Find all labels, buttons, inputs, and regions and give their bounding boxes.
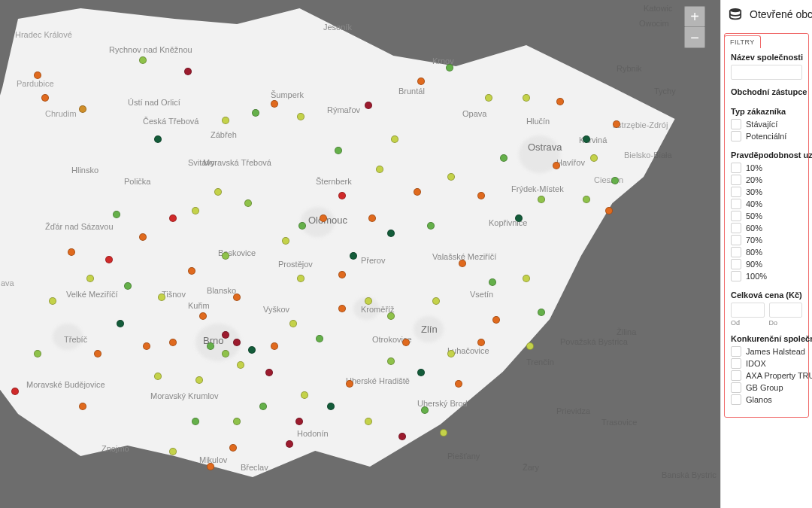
checkbox[interactable]: [731, 131, 741, 141]
map-canvas[interactable]: Hradec KrálovéPardubiceChrudimavaCieszyn…: [0, 0, 720, 508]
map-point[interactable]: [417, 78, 425, 85]
map-point[interactable]: [338, 192, 346, 199]
map-point[interactable]: [124, 282, 132, 290]
map-point[interactable]: [398, 433, 406, 440]
map-point[interactable]: [432, 297, 440, 305]
map-point[interactable]: [34, 71, 41, 79]
map-point[interactable]: [515, 214, 523, 222]
map-point[interactable]: [387, 312, 395, 320]
competitor-option-row[interactable]: James Halstead: [731, 346, 802, 357]
map-point[interactable]: [68, 248, 75, 256]
map-point[interactable]: [105, 256, 113, 263]
map-point[interactable]: [590, 154, 598, 162]
map-point[interactable]: [113, 211, 120, 218]
map-point[interactable]: [350, 252, 357, 260]
map-point[interactable]: [265, 369, 273, 376]
map-point[interactable]: [252, 109, 259, 117]
map-point[interactable]: [327, 403, 335, 410]
map-point[interactable]: [79, 105, 86, 113]
map-point[interactable]: [335, 147, 342, 154]
map-point[interactable]: [613, 120, 620, 128]
checkbox[interactable]: [731, 247, 741, 257]
map-point[interactable]: [169, 339, 177, 346]
company-input[interactable]: [731, 65, 802, 80]
checkbox[interactable]: [731, 235, 741, 245]
map-point[interactable]: [338, 271, 346, 278]
map-point[interactable]: [143, 342, 150, 350]
map-point[interactable]: [365, 418, 372, 425]
map-point[interactable]: [233, 418, 241, 425]
map-point[interactable]: [427, 222, 435, 230]
map-point[interactable]: [94, 350, 102, 357]
map-point[interactable]: [192, 418, 199, 425]
map-point[interactable]: [583, 135, 590, 143]
map-point[interactable]: [158, 294, 165, 301]
checkbox[interactable]: [731, 211, 741, 221]
map-point[interactable]: [295, 418, 303, 425]
map-point[interactable]: [222, 117, 229, 124]
customer-type-option-row[interactable]: Potenciální: [731, 131, 802, 141]
checkbox[interactable]: [731, 346, 741, 357]
competitor-option-row[interactable]: Glanos: [731, 394, 802, 405]
price-from-input[interactable]: [731, 303, 765, 318]
map-point[interactable]: [207, 342, 214, 350]
competitor-option-row[interactable]: AXA Property TRUST: [731, 370, 802, 381]
map-point[interactable]: [391, 135, 398, 143]
map-point[interactable]: [611, 177, 619, 184]
competitor-option-row[interactable]: GB Group: [731, 382, 802, 393]
map-point[interactable]: [556, 98, 564, 105]
map-point[interactable]: [320, 214, 327, 222]
map-point[interactable]: [34, 350, 41, 357]
map-point[interactable]: [338, 305, 346, 312]
map-point[interactable]: [298, 222, 306, 230]
map-point[interactable]: [233, 294, 241, 301]
checkbox[interactable]: [731, 163, 741, 173]
map-point[interactable]: [192, 207, 199, 214]
map-point[interactable]: [195, 376, 203, 384]
checkbox[interactable]: [731, 223, 741, 233]
map-point[interactable]: [417, 369, 425, 376]
map-point[interactable]: [41, 94, 49, 102]
map-point[interactable]: [368, 214, 376, 222]
map-point[interactable]: [500, 154, 508, 162]
probability-option-row[interactable]: 100%: [731, 271, 802, 281]
map-point[interactable]: [387, 230, 395, 237]
map-point[interactable]: [421, 406, 429, 414]
map-point[interactable]: [282, 237, 289, 245]
map-point[interactable]: [169, 214, 177, 222]
customer-type-option-row[interactable]: Stávající: [731, 119, 802, 129]
probability-option-row[interactable]: 50%: [731, 211, 802, 221]
map-point[interactable]: [485, 94, 492, 102]
map-point[interactable]: [229, 444, 237, 452]
map-point[interactable]: [489, 278, 496, 286]
map-point[interactable]: [492, 316, 500, 324]
map-point[interactable]: [271, 342, 278, 350]
map-point[interactable]: [207, 463, 214, 470]
map-point[interactable]: [214, 188, 222, 196]
map-point[interactable]: [117, 320, 124, 327]
competitor-option-row[interactable]: IDOX: [731, 358, 802, 369]
map-point[interactable]: [79, 403, 86, 410]
probability-option-row[interactable]: 20%: [731, 175, 802, 185]
map-point[interactable]: [553, 162, 560, 169]
map-point[interactable]: [154, 135, 162, 143]
map-point[interactable]: [222, 331, 229, 339]
map-point[interactable]: [244, 199, 252, 207]
map-point[interactable]: [402, 339, 410, 346]
map-point[interactable]: [259, 403, 267, 410]
map-point[interactable]: [538, 196, 545, 203]
map-point[interactable]: [477, 339, 485, 346]
price-to-input[interactable]: [769, 303, 803, 318]
checkbox[interactable]: [731, 370, 741, 381]
map-point[interactable]: [365, 297, 372, 305]
checkbox[interactable]: [731, 382, 741, 393]
checkbox[interactable]: [731, 394, 741, 405]
map-point[interactable]: [414, 188, 421, 196]
checkbox[interactable]: [731, 358, 741, 369]
map-point[interactable]: [297, 113, 304, 120]
map-point[interactable]: [222, 350, 229, 357]
probability-option-row[interactable]: 10%: [731, 163, 802, 173]
map-point[interactable]: [523, 94, 530, 102]
checkbox[interactable]: [731, 199, 741, 209]
map-point[interactable]: [440, 429, 447, 437]
